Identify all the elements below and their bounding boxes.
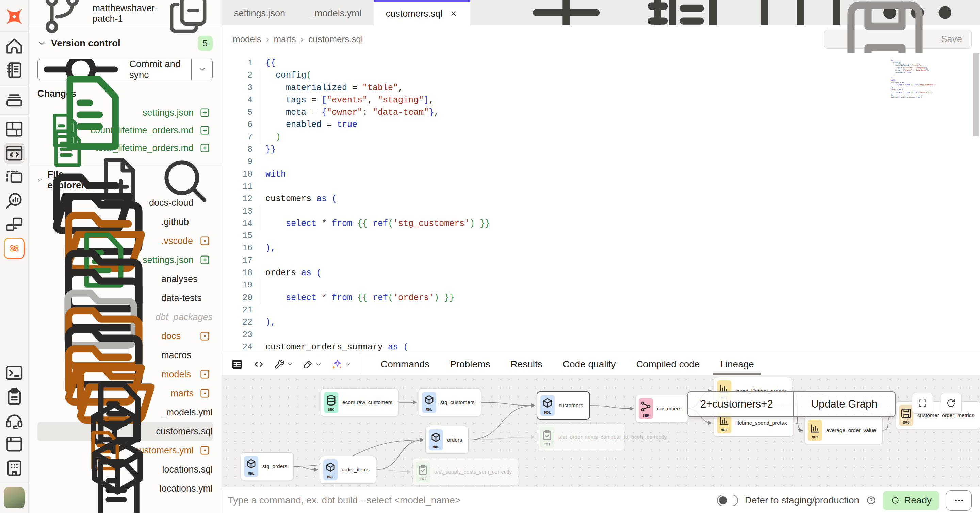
breadcrumb-segment: customers.sql bbox=[308, 34, 363, 44]
code-line: 12customers as ( bbox=[222, 193, 980, 205]
explore-icon[interactable] bbox=[4, 190, 25, 211]
breadcrumb-segment: marts bbox=[274, 34, 296, 44]
panel-tab-problems[interactable]: Problems bbox=[440, 353, 500, 375]
changed-file-name: count_lifetime_orders.md bbox=[91, 125, 194, 136]
tab--models-yml[interactable]: _models.yml bbox=[298, 0, 374, 25]
version-control-section: Version control 5 Commit and sync Change… bbox=[29, 27, 221, 159]
save-label: Save bbox=[941, 34, 962, 44]
line-number: 4 bbox=[232, 94, 253, 106]
compile-code-button[interactable] bbox=[250, 358, 267, 370]
update-graph-button[interactable]: Update Graph bbox=[793, 392, 895, 416]
code-lines: 1{{2 config(3 materialized = "table",4 t… bbox=[222, 53, 980, 353]
panel-tab-results[interactable]: Results bbox=[500, 353, 552, 375]
panel-tab-lineage[interactable]: Lineage bbox=[710, 353, 764, 375]
lineage-node-customers-model[interactable]: MDLcustomers bbox=[537, 391, 590, 420]
lineage-node-raw-customers[interactable]: SRCecom.raw_customers bbox=[321, 389, 399, 416]
lineage-node-test-supply[interactable]: TSTtest_supply_costs_sum_correctly bbox=[412, 458, 518, 486]
tab-settings-json[interactable]: settings.json bbox=[222, 0, 298, 25]
changes-count-badge: 5 bbox=[198, 36, 213, 51]
user-avatar[interactable] bbox=[4, 487, 25, 508]
tab-label: _models.yml bbox=[310, 8, 361, 19]
sidebar: matthewshaver-patch-1 Version control 5 … bbox=[29, 0, 222, 513]
save-button[interactable]: Save bbox=[824, 30, 972, 49]
branch-name: matthewshaver-patch-1 bbox=[92, 3, 158, 24]
lineage-node-customers-sem[interactable]: SEMcustomers bbox=[635, 395, 688, 422]
build-tools-button[interactable] bbox=[271, 359, 296, 370]
code-editor-icon[interactable] bbox=[4, 143, 25, 164]
node-label: stg_customers bbox=[440, 399, 475, 405]
tab-customers-sql[interactable]: customers.sql bbox=[374, 0, 471, 25]
semantic-badge: SEM bbox=[639, 398, 653, 419]
breadcrumb-row: models›marts›customers.sql Save bbox=[222, 25, 980, 53]
line-number: 15 bbox=[232, 230, 253, 242]
support-icon[interactable] bbox=[4, 410, 25, 431]
dashboard-icon[interactable] bbox=[4, 119, 25, 140]
organization-icon[interactable] bbox=[4, 457, 25, 479]
tree-item-label: docs bbox=[161, 331, 181, 341]
dbt-cloud-ide: matthewshaver-patch-1 Version control 5 … bbox=[0, 0, 980, 513]
lineage-node-orders[interactable]: MDLorders bbox=[425, 426, 469, 454]
notebook-icon[interactable] bbox=[4, 60, 25, 81]
code-line: 23 bbox=[222, 329, 980, 341]
code-line: 7 ) bbox=[222, 131, 980, 144]
line-number: 12 bbox=[232, 193, 253, 205]
version-control-header[interactable]: Version control 5 bbox=[37, 33, 213, 53]
home-icon[interactable] bbox=[4, 36, 25, 57]
close-icon[interactable] bbox=[449, 9, 458, 18]
clipboard-icon[interactable] bbox=[4, 386, 25, 407]
lineage-selector-input[interactable]: 2+customers+2 bbox=[688, 392, 793, 416]
model-badge: MDL bbox=[244, 456, 258, 477]
panel-tab-code-quality[interactable]: Code quality bbox=[553, 353, 626, 375]
preview-table-button[interactable] bbox=[228, 358, 247, 371]
dbt-logo[interactable] bbox=[4, 6, 25, 27]
help-icon[interactable] bbox=[866, 495, 876, 505]
panel-tab-commands[interactable]: Commands bbox=[371, 353, 440, 375]
commit-options-dropdown[interactable] bbox=[191, 59, 212, 80]
visual-editor-icon[interactable] bbox=[4, 166, 25, 187]
code-line: 20 select * from {{ ref('orders') }} bbox=[222, 292, 980, 304]
line-number: 14 bbox=[232, 218, 253, 230]
terminal-icon[interactable] bbox=[4, 362, 25, 383]
test-badge: TST bbox=[540, 427, 554, 448]
fullscreen-button[interactable] bbox=[912, 392, 933, 414]
bottom-panel-toolbar: CommandsProblemsResultsCode qualityCompi… bbox=[222, 353, 980, 375]
code-editor[interactable]: 1{{2 config(3 materialized = "table",4 t… bbox=[222, 53, 980, 353]
inbox-icon[interactable] bbox=[4, 89, 25, 110]
breadcrumb-segment: models bbox=[233, 34, 261, 44]
code-line: 17 bbox=[222, 255, 980, 267]
added-badge-icon[interactable] bbox=[199, 107, 211, 118]
user-avatar-image bbox=[4, 487, 25, 508]
lineage-node-average-order-value[interactable]: METaverage_order_value bbox=[804, 416, 883, 444]
lineage-node-order-items[interactable]: MDLorder_items bbox=[320, 456, 376, 484]
rail-divider bbox=[0, 85, 29, 85]
line-number: 11 bbox=[232, 181, 253, 193]
added-badge-icon[interactable] bbox=[199, 124, 211, 136]
minimap[interactable]: {{ config( materialized = "table", tags … bbox=[891, 59, 937, 98]
code-line: 13 bbox=[222, 205, 980, 218]
orchestration-icon[interactable] bbox=[4, 214, 25, 235]
command-input[interactable]: Type a command, ex. dbt build --select <… bbox=[228, 495, 710, 506]
lineage-canvas[interactable]: SRCecom.raw_customersMDLstg_customersMDL… bbox=[222, 375, 980, 487]
docs-icon[interactable] bbox=[4, 434, 25, 455]
lint-format-button[interactable] bbox=[299, 359, 325, 370]
tree-item-locations-yml[interactable]: locations.yml bbox=[37, 479, 213, 498]
tree-item-label: locations.yml bbox=[159, 483, 213, 494]
refresh-graph-button[interactable] bbox=[940, 392, 962, 414]
lineage-node-stg-customers[interactable]: MDLstg_customers bbox=[418, 389, 481, 416]
node-label: orders bbox=[447, 437, 462, 443]
metric-badge: MET bbox=[808, 420, 822, 441]
lineage-node-stg-orders[interactable]: MDLstg_orders bbox=[240, 453, 294, 480]
line-number: 23 bbox=[232, 329, 253, 341]
code-line: 24customer_orders_summary as ( bbox=[222, 341, 980, 353]
editor-scrollbar[interactable] bbox=[973, 53, 979, 137]
lineage-node-customer-order-metrics[interactable]: SVQcustomer_order_metrics bbox=[896, 402, 980, 429]
defer-label: Defer to staging/production bbox=[745, 495, 859, 506]
ai-assist-button[interactable] bbox=[328, 358, 354, 370]
panel-tab-compiled-code[interactable]: Compiled code bbox=[626, 353, 710, 375]
defer-toggle[interactable] bbox=[717, 495, 738, 506]
lineage-node-test-order-items[interactable]: TSTtest_order_items_compute_to_bools_cor… bbox=[537, 423, 624, 451]
status-more-button[interactable] bbox=[946, 490, 972, 511]
code-line: 16), bbox=[222, 242, 980, 254]
copilot-icon[interactable] bbox=[4, 238, 25, 259]
modified-badge-icon bbox=[199, 235, 211, 247]
